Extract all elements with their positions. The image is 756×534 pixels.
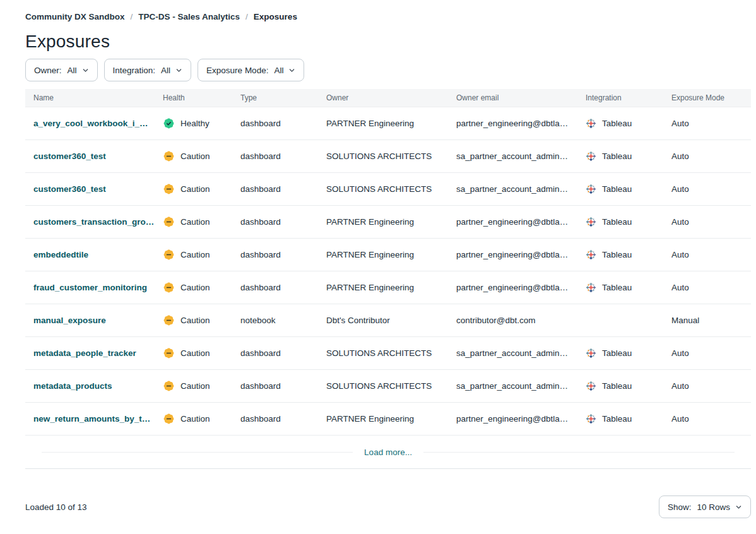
owner-email-cell: sa_partner_account_admin… [456, 348, 586, 358]
tableau-logo-icon [586, 413, 596, 424]
name-cell: embeddedtile [33, 250, 163, 259]
health-cell: Caution [163, 380, 240, 392]
exposure-name-link[interactable]: manual_exposure [33, 316, 106, 325]
exposure-name-link[interactable]: metadata_products [33, 381, 112, 391]
exposure-name-link[interactable]: embeddedtile [33, 250, 88, 259]
type-cell: dashboard [240, 381, 326, 391]
exposure-name-link[interactable]: new_return_amounts_by_t… [33, 414, 150, 424]
exposure-name-link[interactable]: customer360_test [33, 184, 106, 194]
integration-label: Tableau [602, 119, 632, 128]
integration-label: Tableau [602, 217, 632, 227]
loaded-count: Loaded 10 of 13 [25, 502, 87, 512]
exposure-mode-cell: Auto [671, 348, 743, 358]
breadcrumb-separator: / [131, 12, 133, 21]
integration-filter[interactable]: Integration:All [104, 59, 192, 81]
table-row: customers_transaction_gro… Caution dashb… [25, 206, 751, 239]
health-label: Caution [180, 414, 210, 424]
filter-value: All [274, 66, 283, 75]
integration-label: Tableau [602, 250, 632, 259]
exposure-mode-cell: Auto [671, 250, 743, 259]
integration-cell: Tableau [586, 184, 671, 194]
table-row: manual_exposure Caution notebook Dbt's C… [25, 304, 751, 337]
tableau-logo-icon [586, 184, 596, 194]
filter-label: Owner: [34, 66, 62, 75]
column-header: Type [240, 93, 326, 102]
column-header: Name [33, 93, 163, 102]
name-cell: fraud_customer_monitoring [33, 283, 163, 292]
column-header: Health [163, 93, 240, 102]
name-cell: new_return_amounts_by_t… [33, 414, 163, 424]
owner-filter[interactable]: Owner:All [25, 59, 98, 81]
health-label: Healthy [180, 119, 210, 128]
health-cell: Caution [163, 150, 240, 162]
table-end-divider [25, 468, 751, 469]
exposure-mode-cell: Manual [671, 316, 743, 325]
type-cell: dashboard [240, 250, 326, 259]
name-cell: customer360_test [33, 151, 163, 161]
table-row: customer360_test Caution dashboard SOLUT… [25, 140, 751, 173]
health-label: Caution [180, 316, 210, 325]
integration-cell: Tableau [586, 249, 671, 260]
health-caution-icon [163, 413, 175, 425]
owner-email-cell: partner_engineering@dbtla… [456, 414, 586, 424]
breadcrumb-item[interactable]: TPC-DS - Sales Analytics [138, 12, 240, 21]
table-body: a_very_cool_workbook_i_… Healthy dashboa… [25, 107, 751, 436]
health-caution-icon [163, 347, 175, 359]
owner-email-cell: partner_engineering@dbtla… [456, 217, 586, 227]
breadcrumb-item[interactable]: Community DX Sandbox [25, 12, 125, 21]
table-row: new_return_amounts_by_t… Caution dashboa… [25, 403, 751, 436]
health-caution-icon [163, 150, 175, 162]
health-label: Caution [180, 250, 210, 259]
load-more-row: Load more... [25, 436, 751, 468]
name-cell: customers_transaction_gro… [33, 217, 163, 227]
health-caution-icon [163, 314, 175, 326]
exposure-name-link[interactable]: a_very_cool_workbook_i_… [33, 119, 148, 128]
load-more-link[interactable]: Load more... [364, 448, 412, 457]
footer: Loaded 10 of 13 Show: 10 Rows [25, 495, 751, 518]
exposure-mode-cell: Auto [671, 283, 743, 292]
tableau-logo-icon [586, 151, 596, 162]
owner-cell: SOLUTIONS ARCHITECTS [326, 184, 456, 194]
filter-bar: Owner:AllIntegration:AllExposure Mode:Al… [25, 59, 751, 81]
exposure-name-link[interactable]: metadata_people_tracker [33, 348, 136, 358]
exposure-name-link[interactable]: customers_transaction_gro… [33, 217, 154, 227]
integration-cell: Tableau [586, 348, 671, 359]
filter-label: Exposure Mode: [206, 66, 268, 75]
exposure-name-link[interactable]: customer360_test [33, 151, 106, 161]
integration-label: Tableau [602, 348, 632, 358]
exposure-mode-cell: Auto [671, 119, 743, 128]
health-caution-icon [163, 249, 175, 261]
table-header: NameHealthTypeOwnerOwner emailIntegratio… [25, 89, 751, 107]
owner-cell: SOLUTIONS ARCHITECTS [326, 381, 456, 391]
owner-cell: Dbt's Contributor [326, 316, 456, 325]
table-row: fraud_customer_monitoring Caution dashbo… [25, 271, 751, 304]
health-cell: Healthy [163, 117, 240, 129]
integration-cell: Tableau [586, 118, 671, 129]
breadcrumb: Community DX Sandbox/TPC-DS - Sales Anal… [25, 12, 751, 21]
type-cell: dashboard [240, 184, 326, 194]
table-row: embeddedtile Caution dashboard PARTNER E… [25, 239, 751, 271]
exposure-mode-cell: Auto [671, 414, 743, 424]
show-rows-dropdown[interactable]: Show: 10 Rows [659, 495, 751, 518]
filter-value: All [68, 66, 77, 75]
exposure-name-link[interactable]: fraud_customer_monitoring [33, 283, 147, 292]
filter-value: All [161, 66, 170, 75]
tableau-logo-icon [586, 249, 596, 260]
owner-cell: SOLUTIONS ARCHITECTS [326, 151, 456, 161]
type-cell: dashboard [240, 283, 326, 292]
health-label: Caution [180, 217, 210, 227]
health-cell: Caution [163, 249, 240, 261]
column-header: Exposure Mode [671, 93, 743, 102]
exposure-mode-filter[interactable]: Exposure Mode:All [198, 59, 304, 81]
type-cell: dashboard [240, 217, 326, 227]
health-label: Caution [180, 283, 210, 292]
type-cell: dashboard [240, 151, 326, 161]
health-caution-icon [163, 216, 175, 228]
owner-email-cell: sa_partner_account_admin… [456, 184, 586, 194]
table-row: customer360_test Caution dashboard SOLUT… [25, 173, 751, 206]
health-label: Caution [180, 381, 210, 391]
health-caution-icon [163, 282, 175, 294]
exposures-page: Community DX Sandbox/TPC-DS - Sales Anal… [0, 0, 756, 518]
integration-label: Tableau [602, 381, 632, 391]
owner-email-cell: partner_engineering@dbtla… [456, 250, 586, 259]
